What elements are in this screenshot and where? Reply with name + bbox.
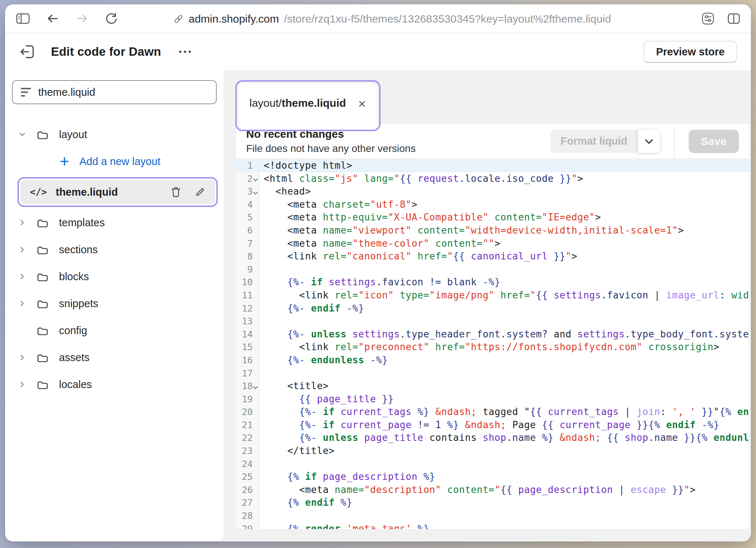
code-line[interactable]: {%- unless settings.type_header_font.sys… bbox=[264, 328, 749, 341]
line-number: 24 bbox=[236, 458, 259, 471]
page-settings-icon[interactable] bbox=[701, 12, 714, 25]
app-header: Edit code for Dawn Preview store bbox=[5, 34, 751, 70]
folder-icon bbox=[36, 298, 49, 309]
url-path: /store/rzq1xu-f5/themes/132683530345?key… bbox=[284, 13, 611, 25]
code-line[interactable]: {% render 'meta-tags' %} bbox=[264, 522, 749, 529]
code-line[interactable]: <meta charset="utf-8"> bbox=[264, 198, 749, 211]
folder-icon bbox=[36, 379, 49, 390]
sidebar-item-sections[interactable]: sections bbox=[5, 236, 224, 263]
code-line[interactable] bbox=[264, 263, 749, 276]
folder-icon bbox=[36, 129, 49, 140]
code-line[interactable]: <link rel="preconnect" href="https://fon… bbox=[264, 341, 749, 354]
code-line[interactable]: {%- if current_page != 1 %} &ndash; Page… bbox=[264, 419, 749, 432]
sidebar-item-locales[interactable]: locales bbox=[5, 371, 224, 398]
chevron-down-button-icon[interactable] bbox=[638, 130, 660, 153]
chevron-right-icon[interactable] bbox=[18, 219, 28, 227]
line-number-gutter: 1234567891011121314151617181920212223242… bbox=[236, 159, 259, 529]
tab-theme-liquid[interactable]: layout/theme.liquid bbox=[239, 83, 377, 128]
search-input[interactable] bbox=[38, 86, 208, 98]
editor-panel: No recent changes File does not have any… bbox=[236, 124, 749, 529]
code-area[interactable]: <!doctype html><html class="js" lang="{{… bbox=[259, 159, 749, 529]
code-line[interactable]: {% endif %} bbox=[264, 496, 749, 509]
back-icon[interactable] bbox=[47, 13, 59, 24]
file-item-selected[interactable]: </>theme.liquid bbox=[20, 180, 215, 204]
code-line[interactable]: {%- unless page_title contains shop.name… bbox=[264, 431, 749, 445]
line-number: 13 bbox=[236, 315, 259, 328]
sidebar-item-config[interactable]: config bbox=[5, 317, 224, 344]
link-icon bbox=[173, 14, 184, 24]
code-line[interactable]: <title> bbox=[264, 380, 749, 393]
code-line[interactable]: <html class="js" lang="{{ request.locale… bbox=[264, 172, 749, 185]
folder-icon bbox=[36, 244, 49, 255]
chevron-right-icon[interactable] bbox=[18, 380, 28, 388]
reload-icon[interactable] bbox=[105, 12, 118, 25]
line-number: 11 bbox=[236, 289, 259, 302]
preview-store-button[interactable]: Preview store bbox=[643, 41, 737, 63]
sidebar-toggle-icon[interactable] bbox=[16, 13, 30, 24]
code-line[interactable] bbox=[264, 315, 749, 328]
sidebar-item-layout[interactable]: layout bbox=[5, 121, 224, 148]
chevron-down-icon[interactable] bbox=[18, 130, 28, 138]
fold-icon[interactable] bbox=[253, 190, 258, 195]
line-number: 29 bbox=[236, 522, 259, 529]
sidebar-item-snippets[interactable]: snippets bbox=[5, 290, 224, 317]
code-line[interactable]: <head> bbox=[264, 185, 749, 198]
toolbar-divider bbox=[674, 126, 675, 157]
code-line[interactable] bbox=[264, 509, 749, 522]
code-line[interactable]: <meta name="theme-color" content=""> bbox=[264, 237, 749, 250]
code-line[interactable] bbox=[264, 458, 749, 471]
code-line[interactable]: <link rel="icon" type="image/png" href="… bbox=[264, 289, 749, 302]
code-line[interactable]: <!doctype html> bbox=[259, 159, 749, 172]
code-line[interactable]: {% if page_description %} bbox=[264, 470, 749, 484]
browser-window: admin.shopify.com/store/rzq1xu-f5/themes… bbox=[5, 4, 751, 541]
tree-item-label: locales bbox=[59, 379, 92, 391]
page-title: Edit code for Dawn bbox=[51, 45, 161, 59]
sidebar-item-blocks[interactable]: blocks bbox=[5, 263, 224, 290]
fold-icon[interactable] bbox=[253, 384, 258, 389]
split-view-icon[interactable] bbox=[728, 13, 740, 24]
code-line[interactable] bbox=[264, 367, 749, 380]
code-line[interactable]: {%- endunless -%} bbox=[264, 354, 749, 367]
file-item-label: theme.liquid bbox=[56, 186, 118, 198]
code-line[interactable]: {{ page_title }} bbox=[264, 393, 749, 406]
folder-icon bbox=[36, 325, 49, 336]
code-line[interactable]: {%- if current_tags %} &ndash; tagged "{… bbox=[264, 406, 749, 419]
file-sidebar: layoutAdd a new layout</>theme.liquidtem… bbox=[5, 70, 224, 541]
fold-icon[interactable] bbox=[253, 177, 258, 181]
code-line[interactable]: <link rel="canonical" href="{{ canonical… bbox=[264, 250, 749, 263]
chevron-right-icon[interactable] bbox=[18, 273, 28, 281]
code-line[interactable]: <meta name="viewport" content="width=dev… bbox=[264, 224, 749, 237]
code-line[interactable]: {%- endif -%} bbox=[264, 302, 749, 315]
chevron-right-icon[interactable] bbox=[18, 300, 28, 308]
tree-item-label: snippets bbox=[59, 298, 98, 310]
forward-icon[interactable] bbox=[76, 13, 88, 24]
tab-selection-ring: layout/theme.liquid bbox=[235, 80, 381, 131]
sidebar-item-assets[interactable]: assets bbox=[5, 344, 224, 371]
pencil-icon[interactable] bbox=[194, 187, 205, 197]
file-search[interactable] bbox=[12, 80, 217, 104]
line-number: 20 bbox=[236, 406, 259, 419]
chevron-right-icon[interactable] bbox=[18, 353, 28, 361]
code-editor[interactable]: 1234567891011121314151617181920212223242… bbox=[236, 158, 749, 529]
save-button[interactable]: Save bbox=[689, 130, 739, 153]
close-icon[interactable] bbox=[358, 98, 366, 108]
code-line[interactable]: {%- if settings.favicon != blank -%} bbox=[264, 276, 749, 289]
tree-item-label: config bbox=[59, 325, 87, 337]
trash-icon[interactable] bbox=[170, 186, 181, 198]
sidebar-item-templates[interactable]: templates bbox=[5, 209, 224, 236]
code-line[interactable]: <meta http-equiv="X-UA-Compatible" conte… bbox=[264, 211, 749, 224]
format-liquid-button[interactable]: Format liquid bbox=[550, 130, 660, 153]
url-bar[interactable]: admin.shopify.com/store/rzq1xu-f5/themes… bbox=[173, 4, 611, 34]
tree-item-label: sections bbox=[59, 244, 98, 256]
line-number: 7 bbox=[236, 237, 259, 250]
code-line[interactable]: <meta name="description" content="{{ pag… bbox=[264, 484, 749, 497]
chevron-right-icon[interactable] bbox=[18, 246, 28, 254]
line-number: 10 bbox=[236, 276, 259, 289]
folder-icon bbox=[36, 217, 49, 228]
exit-icon[interactable] bbox=[19, 44, 35, 59]
add-new-layout-button[interactable]: Add a new layout bbox=[5, 148, 224, 175]
line-number: 15 bbox=[236, 341, 259, 354]
code-line[interactable]: </title> bbox=[264, 445, 749, 458]
tree-item-label: blocks bbox=[59, 271, 89, 283]
kebab-menu-icon[interactable] bbox=[179, 51, 191, 53]
